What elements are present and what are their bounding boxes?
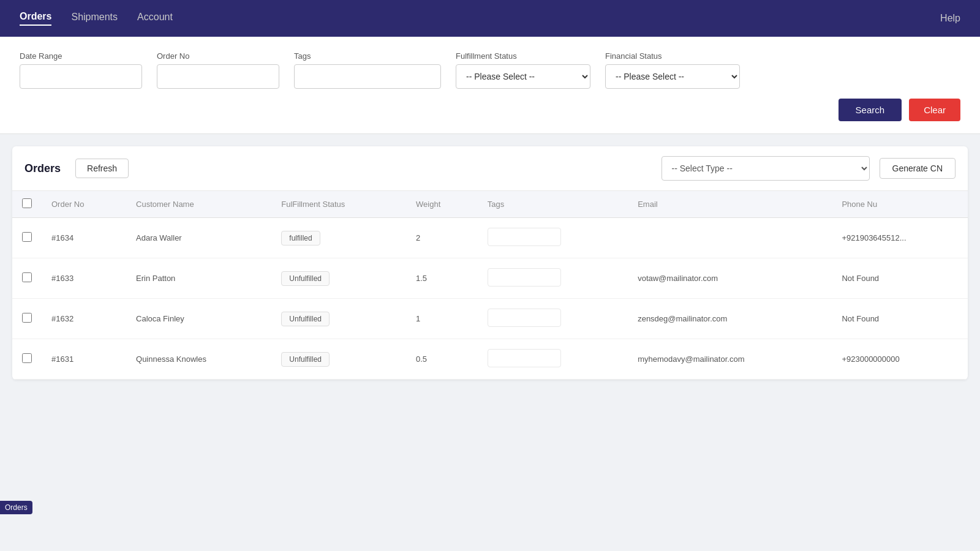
nav-item-shipments[interactable]: Shipments bbox=[71, 12, 118, 25]
date-range-group: Date Range bbox=[20, 51, 142, 89]
table-body: #1634 Adara Waller fulfilled 2 +92190364… bbox=[12, 218, 968, 380]
table-row: #1634 Adara Waller fulfilled 2 +92190364… bbox=[12, 218, 968, 258]
orders-toolbar: Orders Refresh -- Select Type -- Type A … bbox=[12, 146, 968, 191]
row-email bbox=[628, 218, 832, 258]
generate-cn-button[interactable]: Generate CN bbox=[880, 158, 956, 179]
filter-section: Date Range Order No Tags Fulfillment Sta… bbox=[0, 37, 980, 134]
order-no-group: Order No bbox=[157, 51, 279, 89]
help-link[interactable]: Help bbox=[940, 13, 960, 24]
fulfillment-status-group: Fulfillment Status -- Please Select -- F… bbox=[456, 51, 590, 89]
row-checkbox[interactable] bbox=[22, 313, 32, 323]
col-customer-name: Customer Name bbox=[126, 191, 271, 218]
row-tags bbox=[478, 299, 628, 339]
select-all-checkbox[interactable] bbox=[22, 198, 32, 208]
row-tags bbox=[478, 258, 628, 299]
row-checkbox[interactable] bbox=[22, 272, 32, 282]
row-customer-name: Quinnessa Knowles bbox=[126, 339, 271, 380]
row-weight: 2 bbox=[406, 218, 478, 258]
orders-section: Orders Refresh -- Select Type -- Type A … bbox=[12, 146, 968, 380]
nav-links: Orders Shipments Account bbox=[20, 11, 173, 26]
filter-row: Date Range Order No Tags Fulfillment Sta… bbox=[20, 51, 960, 89]
row-phone: +923000000000 bbox=[832, 339, 968, 380]
row-order-no: #1631 bbox=[42, 339, 126, 380]
financial-status-group: Financial Status -- Please Select -- Pai… bbox=[605, 51, 740, 89]
col-phone: Phone Nu bbox=[832, 191, 968, 218]
refresh-button[interactable]: Refresh bbox=[75, 159, 129, 178]
row-checkbox-cell bbox=[12, 258, 42, 299]
col-weight: Weight bbox=[406, 191, 478, 218]
row-fulfillment-status: fulfilled bbox=[271, 218, 406, 258]
row-checkbox[interactable] bbox=[22, 353, 32, 363]
row-order-no: #1632 bbox=[42, 299, 126, 339]
navbar: Orders Shipments Account Help bbox=[0, 0, 980, 37]
row-phone: Not Found bbox=[832, 299, 968, 339]
tags-group: Tags bbox=[294, 51, 441, 89]
row-email: zensdeg@mailinator.com bbox=[628, 299, 832, 339]
date-range-input[interactable] bbox=[20, 64, 142, 89]
date-range-label: Date Range bbox=[20, 51, 142, 61]
col-email: Email bbox=[628, 191, 832, 218]
row-fulfillment-status: Unfulfilled bbox=[271, 299, 406, 339]
row-tags bbox=[478, 218, 628, 258]
tags-label: Tags bbox=[294, 51, 441, 61]
row-order-no: #1633 bbox=[42, 258, 126, 299]
row-email: votaw@mailinator.com bbox=[628, 258, 832, 299]
row-phone: Not Found bbox=[832, 258, 968, 299]
fulfillment-status-select[interactable]: -- Please Select -- Fulfilled Unfulfille… bbox=[456, 64, 590, 89]
table-header: Order No Customer Name FulFillment Statu… bbox=[12, 191, 968, 218]
orders-title: Orders bbox=[24, 162, 61, 175]
row-checkbox-cell bbox=[12, 218, 42, 258]
table-row: #1632 Caloca Finley Unfulfilled 1 zensde… bbox=[12, 299, 968, 339]
row-customer-name: Caloca Finley bbox=[126, 299, 271, 339]
col-order-no: Order No bbox=[42, 191, 126, 218]
row-weight: 1.5 bbox=[406, 258, 478, 299]
tags-input[interactable] bbox=[294, 64, 441, 89]
row-checkbox-cell bbox=[12, 299, 42, 339]
row-fulfillment-status: Unfulfilled bbox=[271, 258, 406, 299]
order-no-label: Order No bbox=[157, 51, 279, 61]
row-tags bbox=[478, 339, 628, 380]
financial-status-select[interactable]: -- Please Select -- Paid Pending Refunde… bbox=[605, 64, 740, 89]
table-row: #1631 Quinnessa Knowles Unfulfilled 0.5 … bbox=[12, 339, 968, 380]
row-checkbox-cell bbox=[12, 339, 42, 380]
order-no-input[interactable] bbox=[157, 64, 279, 89]
col-fulfillment-status: FulFillment Status bbox=[271, 191, 406, 218]
row-customer-name: Erin Patton bbox=[126, 258, 271, 299]
row-email: myhemodavy@mailinator.com bbox=[628, 339, 832, 380]
col-tags: Tags bbox=[478, 191, 628, 218]
row-order-no: #1634 bbox=[42, 218, 126, 258]
row-checkbox[interactable] bbox=[22, 232, 32, 242]
row-customer-name: Adara Waller bbox=[126, 218, 271, 258]
select-all-cell bbox=[12, 191, 42, 218]
row-weight: 1 bbox=[406, 299, 478, 339]
row-weight: 0.5 bbox=[406, 339, 478, 380]
search-button[interactable]: Search bbox=[839, 99, 902, 121]
filter-actions: Search Clear bbox=[20, 99, 960, 121]
row-fulfillment-status: Unfulfilled bbox=[271, 339, 406, 380]
nav-item-orders[interactable]: Orders bbox=[20, 11, 51, 26]
table-row: #1633 Erin Patton Unfulfilled 1.5 votaw@… bbox=[12, 258, 968, 299]
financial-status-label: Financial Status bbox=[605, 51, 740, 61]
nav-item-account[interactable]: Account bbox=[137, 12, 173, 25]
orders-table: Order No Customer Name FulFillment Statu… bbox=[12, 191, 968, 380]
fulfillment-status-label: Fulfillment Status bbox=[456, 51, 590, 61]
select-type-dropdown[interactable]: -- Select Type -- Type A Type B bbox=[662, 156, 870, 181]
clear-button[interactable]: Clear bbox=[909, 99, 960, 121]
row-phone: +921903645512... bbox=[832, 218, 968, 258]
